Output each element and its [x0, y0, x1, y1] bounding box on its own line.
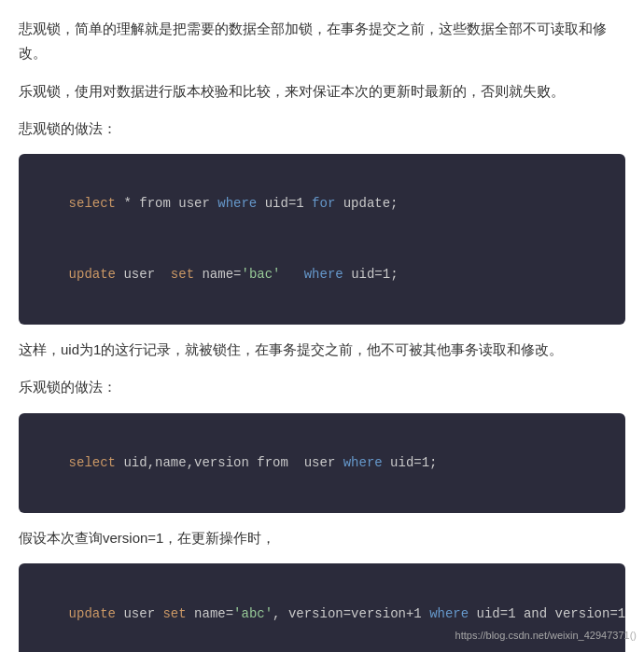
- paragraph-1: 悲观锁，简单的理解就是把需要的数据全部加锁，在事务提交之前，这些数据全部不可读取…: [19, 17, 625, 66]
- keyword-where2: where: [304, 267, 343, 282]
- keyword-update: update: [69, 267, 116, 282]
- code-text: * from: [116, 196, 178, 211]
- keyword-where4: where: [429, 606, 469, 621]
- keyword-select: select: [69, 196, 116, 211]
- watermark-link: https://blog.csdn.net/weixin_42947371(): [455, 627, 637, 645]
- code-block-optimistic-select: select uid,name,version from user where …: [19, 413, 625, 514]
- code-text: name=: [187, 606, 233, 621]
- code-text: user: [178, 196, 210, 211]
- code-text: [210, 196, 217, 211]
- keyword-for: for: [312, 196, 335, 211]
- keyword-set: set: [171, 267, 194, 282]
- paragraph-6: 假设本次查询version=1，在更新操作时，: [19, 526, 625, 550]
- paragraph-5: 乐观锁的做法：: [19, 375, 625, 399]
- code-text: [281, 267, 304, 282]
- code-text: [335, 455, 343, 470]
- code-text: uid,name,version from: [116, 455, 304, 470]
- keyword-update2: update: [69, 606, 116, 621]
- code-text: update;: [335, 196, 398, 211]
- code-text: user: [116, 267, 171, 282]
- string-abc: 'abc': [233, 606, 273, 621]
- keyword-select2: select: [69, 455, 116, 470]
- code-line-3: select uid,name,version from user where …: [37, 428, 607, 499]
- keyword-where: where: [217, 196, 257, 211]
- code-text: uid=1 and version=1: [469, 606, 625, 621]
- paragraph-2: 乐观锁，使用对数据进行版本校验和比较，来对保证本次的更新时最新的，否则就失败。: [19, 79, 625, 104]
- code-line-2: update user set name='bac' where uid=1;: [37, 240, 607, 311]
- code-text: uid=1;: [343, 267, 399, 282]
- code-block-pessimistic: select * from user where uid=1 for updat…: [19, 154, 625, 325]
- code-line-1: select * from user where uid=1 for updat…: [37, 169, 607, 240]
- code-text: user: [116, 606, 162, 621]
- string-bac: 'bac': [241, 267, 280, 282]
- keyword-set2: set: [162, 606, 186, 621]
- code-text: uid=1;: [383, 455, 438, 470]
- paragraph-3: 悲观锁的做法：: [19, 117, 625, 141]
- code-text: name=: [194, 267, 241, 282]
- code-text: uid=1: [257, 196, 312, 211]
- code-text: , version=version+1: [273, 606, 429, 621]
- code-text: user: [304, 455, 336, 470]
- keyword-where3: where: [343, 455, 383, 470]
- paragraph-4: 这样，uid为1的这行记录，就被锁住，在事务提交之前，他不可被其他事务读取和修改…: [19, 338, 625, 362]
